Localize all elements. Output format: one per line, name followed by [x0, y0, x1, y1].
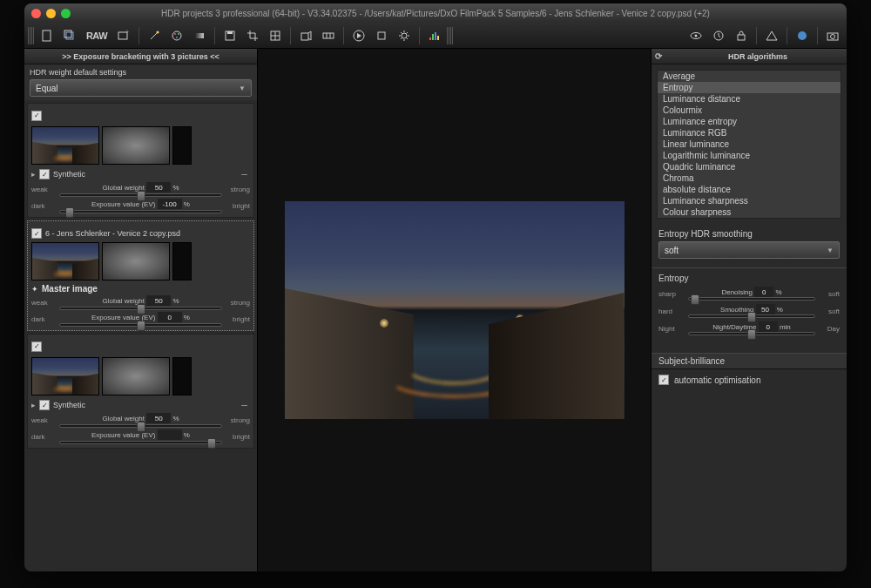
algorithm-item[interactable]: Luminance entropy — [658, 116, 841, 127]
exposure-cards-list[interactable]: ✓ ▸✓Synthetic– weak Global weight % stro… — [24, 100, 257, 571]
exposure-card[interactable]: ✓6 - Jens Schlenker - Venice 2 copy.psd … — [27, 220, 254, 331]
expand-icon[interactable]: ▸ — [31, 401, 36, 409]
slider-value[interactable] — [759, 321, 778, 332]
algorithm-item[interactable]: absolute distance — [658, 184, 841, 195]
algorithm-item[interactable]: Logarithmic luminance — [658, 150, 841, 161]
histogram-icon[interactable] — [424, 26, 445, 45]
gear-icon[interactable] — [394, 26, 415, 45]
card-enable-checkbox[interactable]: ✓ — [31, 341, 42, 352]
weight-thumbnail[interactable] — [102, 242, 170, 280]
card-checkbox[interactable]: ✓ — [31, 228, 42, 239]
save-icon[interactable] — [219, 26, 240, 45]
range-thumbnail[interactable] — [172, 242, 192, 280]
svg-point-9 — [178, 33, 179, 35]
algorithm-item[interactable]: Colour sharpness — [658, 206, 841, 218]
new-file-icon[interactable] — [37, 26, 57, 45]
range-thumbnail[interactable] — [172, 126, 192, 165]
slider-caption: Denoising — [721, 288, 753, 296]
slider-value[interactable] — [754, 287, 773, 297]
smoothing-dropdown[interactable]: soft▼ — [658, 241, 840, 259]
global-weight-slider[interactable] — [59, 424, 222, 428]
weight-thumbnail[interactable] — [102, 357, 170, 395]
svg-rect-24 — [429, 37, 431, 40]
wand-icon[interactable] — [144, 26, 165, 45]
weight-thumbnail[interactable] — [102, 126, 170, 165]
dark-label: dark — [31, 315, 56, 323]
algorithm-item[interactable]: Chroma — [658, 172, 841, 184]
play-icon[interactable] — [348, 26, 369, 45]
algorithm-item[interactable]: Linear luminance — [658, 139, 841, 150]
hdr-algorithms-header: ⟳ HDR algorithms — [652, 49, 847, 64]
global-weight-slider[interactable] — [59, 307, 222, 310]
synthetic-checkbox[interactable]: ✓ — [39, 169, 50, 179]
entropy-slider[interactable] — [688, 332, 815, 335]
expand-icon[interactable]: ▸ — [31, 170, 36, 179]
grid-icon[interactable] — [265, 26, 286, 45]
exposure-slider[interactable] — [59, 323, 222, 327]
gradient-icon[interactable] — [189, 26, 210, 45]
remove-icon[interactable]: – — [239, 168, 250, 180]
bright-label: bright — [226, 202, 250, 210]
exposure-value-input[interactable] — [158, 429, 182, 440]
global-weight-slider[interactable] — [59, 193, 222, 197]
algorithm-item[interactable]: Entropy — [658, 82, 841, 93]
svg-point-6 — [157, 30, 159, 33]
global-weight-value[interactable] — [146, 413, 171, 423]
algorithm-list[interactable]: AverageEntropyLuminance distanceColourmi… — [657, 70, 841, 219]
toolbar-grip-2[interactable] — [447, 27, 454, 44]
raw-plus-icon[interactable]: + — [113, 26, 134, 45]
algorithm-item[interactable]: Luminance sharpness — [658, 195, 841, 206]
exposure-value-label: Exposure value (EV) — [91, 314, 155, 321]
algorithm-item[interactable]: Luminance distance — [658, 93, 841, 105]
export-icon[interactable] — [295, 26, 316, 45]
algorithm-item[interactable]: Average — [658, 71, 841, 82]
camera-icon[interactable] — [822, 26, 843, 45]
entropy-slider[interactable] — [688, 314, 815, 318]
clock-icon[interactable] — [708, 26, 729, 45]
remove-icon[interactable]: – — [239, 399, 250, 411]
auto-opt-checkbox[interactable]: ✓ — [658, 375, 669, 385]
slider-left-label: sharp — [658, 290, 683, 298]
eye-icon[interactable] — [685, 26, 706, 45]
global-weight-value[interactable] — [146, 182, 171, 193]
algorithm-item[interactable]: Luminance RGB — [658, 127, 841, 139]
raw-button[interactable]: RAW — [82, 26, 111, 45]
slider-left-label: Night — [658, 325, 683, 333]
lock-icon[interactable] — [731, 26, 752, 45]
exposure-slider[interactable] — [59, 210, 222, 213]
exposure-slider[interactable] — [59, 441, 222, 444]
exposure-card[interactable]: ✓ ▸✓Synthetic– weak Global weight % stro… — [27, 334, 254, 449]
slider-value[interactable] — [756, 304, 775, 314]
hdr-weight-dropdown[interactable]: Equal▼ — [30, 79, 252, 97]
svg-point-29 — [695, 34, 698, 37]
refresh-icon[interactable]: ⟳ — [652, 51, 665, 63]
global-weight-value[interactable] — [146, 295, 171, 306]
source-thumbnail[interactable] — [31, 357, 99, 395]
svg-rect-18 — [323, 33, 334, 38]
source-thumbnail[interactable] — [31, 126, 99, 165]
crop-icon[interactable] — [242, 26, 263, 45]
sphere-icon[interactable] — [792, 26, 813, 45]
filmstrip-icon[interactable] — [318, 26, 339, 45]
svg-rect-1 — [66, 32, 73, 39]
palette-icon[interactable] — [166, 26, 187, 45]
preview-viewport[interactable] — [258, 49, 651, 571]
range-thumbnail[interactable] — [172, 357, 192, 395]
algorithm-item[interactable]: Colourmix — [658, 105, 841, 116]
title-bar: HDR projects 3 professional (64-bit) - V… — [24, 3, 847, 23]
bright-label: bright — [226, 315, 250, 323]
svg-rect-0 — [43, 30, 51, 41]
synthetic-checkbox[interactable]: ✓ — [39, 400, 50, 410]
svg-point-10 — [176, 37, 178, 38]
card-enable-checkbox[interactable]: ✓ — [31, 111, 42, 121]
entropy-slider[interactable] — [688, 297, 815, 301]
triangle-icon[interactable] — [761, 26, 782, 45]
source-thumbnail[interactable] — [31, 242, 99, 280]
exposure-value-input[interactable] — [158, 199, 182, 209]
exposure-value-input[interactable] — [158, 312, 182, 322]
stop-icon[interactable] — [371, 26, 392, 45]
exposure-card[interactable]: ✓ ▸✓Synthetic– weak Global weight % stro… — [27, 103, 254, 218]
algorithm-item[interactable]: Quadric luminance — [658, 161, 841, 172]
toolbar-grip[interactable] — [28, 27, 35, 44]
layers-icon[interactable] — [59, 26, 80, 45]
